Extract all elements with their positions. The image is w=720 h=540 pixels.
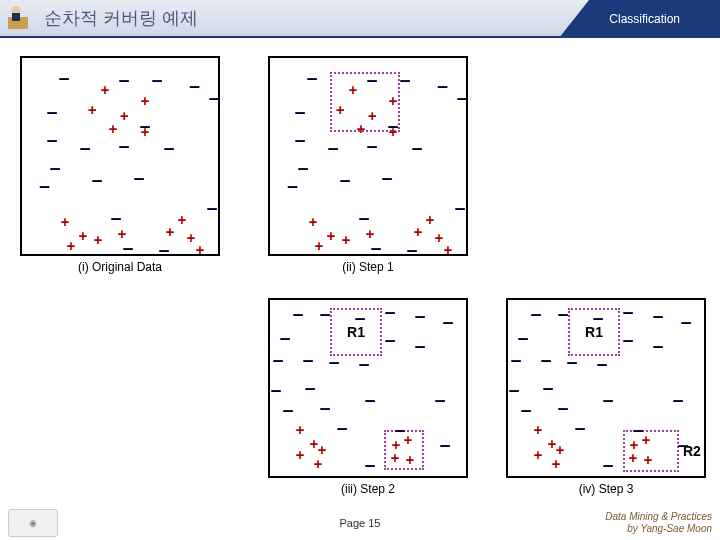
panel4-box: R1 R2 –––––––––––––––––––––––+++++++++ [506,298,706,478]
plus-point: + [166,225,174,239]
panel4-caption: (iv) Step 3 [506,482,706,496]
minus-point: – [678,437,688,453]
header-bar: 순차적 커버링 예제 Classification [0,0,720,38]
minus-point: – [597,356,607,372]
panel-original-data: ++++++–––––––––––––––+++++++++–––– (i) O… [20,56,220,274]
footer: ◉ Page 15 Data Mining & Practices by Yan… [0,506,720,540]
plus-point: + [644,453,652,467]
plus-point: + [109,122,117,136]
minus-point: – [365,457,375,473]
minus-point: – [59,70,69,86]
minus-point: – [123,240,133,256]
plus-point: + [349,83,357,97]
footer-logo-icon: ◉ [8,509,58,537]
plus-point: + [318,443,326,457]
header-logo-icon [0,0,38,37]
panel-step-1: ++++++–––––––––––––––+++++++++–––– (ii) … [268,56,468,274]
minus-point: – [273,352,283,368]
minus-point: – [435,392,445,408]
minus-point: – [134,170,144,186]
minus-point: – [209,90,219,106]
plus-point: + [342,233,350,247]
panels-container: ++++++–––––––––––––––+++++++++–––– (i) O… [0,38,720,498]
plus-point: + [61,215,69,229]
minus-point: – [140,118,150,134]
minus-point: – [328,140,338,156]
plus-point: + [391,451,399,465]
plus-point: + [314,457,322,471]
minus-point: – [337,420,347,436]
minus-point: – [207,200,217,216]
plus-point: + [187,231,195,245]
plus-point: + [534,448,542,462]
plus-point: + [426,213,434,227]
minus-point: – [119,72,129,88]
plus-point: + [101,83,109,97]
breadcrumb: Classification [589,0,720,38]
minus-point: – [412,140,422,156]
minus-point: – [288,178,298,194]
plus-point: + [296,448,304,462]
minus-point: – [50,160,60,176]
plus-point: + [556,443,564,457]
minus-point: – [355,310,365,326]
plus-point: + [67,239,75,253]
panel2-box: ++++++–––––––––––––––+++++++++–––– [268,56,468,256]
plus-point: + [368,109,376,123]
minus-point: – [518,330,528,346]
plus-point: + [296,423,304,437]
minus-point: – [295,104,305,120]
minus-point: – [385,304,395,320]
plus-point: + [414,225,422,239]
minus-point: – [623,304,633,320]
minus-point: – [111,210,121,226]
minus-point: – [367,138,377,154]
panel-step-2: R1 –––––––––––––––––––––––+++++++++ (iii… [268,298,468,496]
page-number: Page 15 [340,517,381,529]
minus-point: – [653,338,663,354]
minus-point: – [298,160,308,176]
minus-point: – [541,352,551,368]
panel1-caption: (i) Original Data [20,260,220,274]
minus-point: – [407,242,417,258]
minus-point: – [443,314,453,330]
minus-point: – [440,437,450,453]
panel3-caption: (iii) Step 2 [268,482,468,496]
minus-point: – [329,354,339,370]
minus-point: – [400,72,410,88]
minus-point: – [385,332,395,348]
minus-point: – [509,382,519,398]
plus-point: + [534,423,542,437]
panel-step-3: R1 R2 –––––––––––––––––––––––+++++++++ (… [506,298,706,496]
plus-point: + [336,103,344,117]
plus-point: + [79,229,87,243]
plus-point: + [88,103,96,117]
minus-point: – [593,310,603,326]
plus-point: + [435,231,443,245]
credit-line2: by Yang-Sae Moon [605,523,712,535]
minus-point: – [371,240,381,256]
minus-point: – [681,314,691,330]
minus-point: – [119,138,129,154]
panel3-box: R1 –––––––––––––––––––––––+++++++++ [268,298,468,478]
minus-point: – [320,400,330,416]
plus-point: + [444,243,452,257]
plus-point: + [389,94,397,108]
panel1-box: ++++++–––––––––––––––+++++++++–––– [20,56,220,256]
credit-line1: Data Mining & Practices [605,511,712,523]
plus-point: + [120,109,128,123]
panel2-caption: (ii) Step 1 [268,260,468,274]
minus-point: – [415,308,425,324]
minus-point: – [575,420,585,436]
minus-point: – [295,132,305,148]
minus-point: – [80,140,90,156]
minus-point: – [47,104,57,120]
plus-point: + [141,94,149,108]
minus-point: – [511,352,521,368]
minus-point: – [543,380,553,396]
minus-point: – [190,78,200,94]
plus-point: + [327,229,335,243]
minus-point: – [567,354,577,370]
plus-point: + [315,239,323,253]
minus-point: – [164,140,174,156]
